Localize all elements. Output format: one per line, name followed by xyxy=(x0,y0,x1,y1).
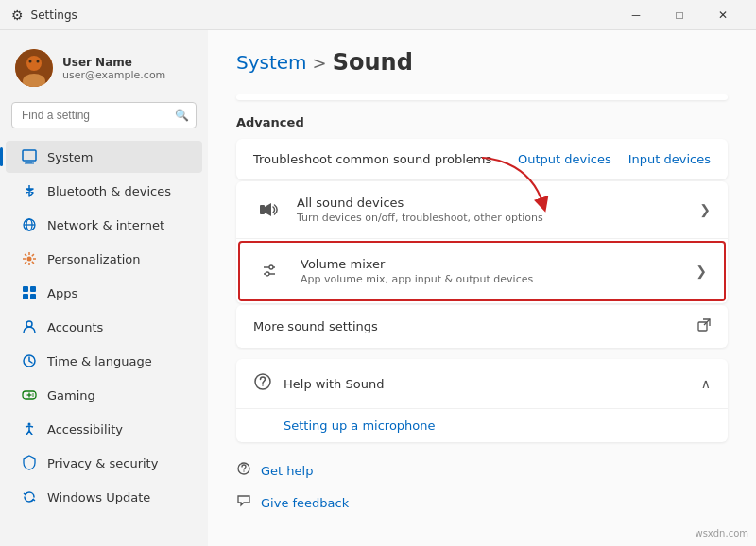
output-devices-link[interactable]: Output devices xyxy=(518,152,611,166)
sidebar-item-privacy[interactable]: Privacy & security xyxy=(6,447,202,479)
sidebar-label-personalization: Personalization xyxy=(47,252,141,266)
sidebar-label-accessibility: Accessibility xyxy=(47,422,123,436)
watermark: wsxdn.com xyxy=(695,528,748,538)
svg-point-11 xyxy=(27,257,32,262)
search-icon: 🔍 xyxy=(175,109,189,122)
svg-point-31 xyxy=(262,384,264,386)
network-icon xyxy=(21,216,38,233)
svg-point-1 xyxy=(26,56,42,71)
personalization-icon xyxy=(21,250,38,267)
avatar xyxy=(15,49,53,87)
sidebar-item-update[interactable]: Windows Update xyxy=(6,481,202,513)
get-help-label: Get help xyxy=(261,464,313,478)
close-button[interactable]: ✕ xyxy=(701,0,745,30)
search-box[interactable]: 🔍 xyxy=(11,102,197,128)
svg-rect-12 xyxy=(23,286,28,292)
svg-point-22 xyxy=(32,395,34,397)
collapse-icon: ∧ xyxy=(701,376,711,391)
sidebar-label-gaming: Gaming xyxy=(47,388,95,402)
svg-rect-5 xyxy=(23,150,36,161)
accessibility-icon xyxy=(21,420,38,437)
more-sound-settings-label: More sound settings xyxy=(253,319,378,333)
breadcrumb-parent[interactable]: System xyxy=(236,51,307,74)
all-sound-devices-text: All sound devices Turn devices on/off, t… xyxy=(297,196,690,224)
sidebar-item-time[interactable]: Time & language xyxy=(6,345,202,377)
sound-device-icon xyxy=(253,195,284,225)
troubleshoot-links: Output devices Input devices xyxy=(518,152,711,166)
external-link-icon xyxy=(697,318,711,334)
input-devices-link[interactable]: Input devices xyxy=(628,152,711,166)
titlebar: ⚙️ Settings ─ □ ✕ xyxy=(0,0,756,30)
all-sound-devices-row[interactable]: All sound devices Turn devices on/off, t… xyxy=(236,181,728,239)
titlebar-title: Settings xyxy=(31,9,77,22)
sidebar-item-personalization[interactable]: Personalization xyxy=(6,243,202,275)
app-container: User Name user@example.com 🔍 System Blue… xyxy=(0,30,756,546)
all-sound-devices-title: All sound devices xyxy=(297,196,690,210)
apps-icon xyxy=(21,284,38,301)
svg-point-33 xyxy=(243,470,244,471)
sound-devices-card: All sound devices Turn devices on/off, t… xyxy=(236,181,728,303)
user-info: User Name user@example.com xyxy=(62,56,165,81)
settings-icon: ⚙️ xyxy=(11,8,24,23)
user-name: User Name xyxy=(62,56,165,69)
sidebar-label-privacy: Privacy & security xyxy=(47,456,158,470)
svg-point-21 xyxy=(32,393,34,395)
sidebar-label-bluetooth: Bluetooth & devices xyxy=(47,184,171,198)
footer-links: Get help Give feedback xyxy=(236,453,728,520)
accounts-icon xyxy=(21,318,38,335)
svg-rect-13 xyxy=(30,286,36,292)
privacy-icon xyxy=(21,454,38,471)
sidebar-item-system[interactable]: System xyxy=(6,141,202,173)
minimize-button[interactable]: ─ xyxy=(614,0,658,30)
titlebar-left: ⚙️ Settings xyxy=(11,8,77,23)
breadcrumb-current: Sound xyxy=(333,49,413,76)
help-section-header[interactable]: Help with Sound ∧ xyxy=(236,359,728,409)
svg-rect-6 xyxy=(26,162,32,163)
sidebar-item-accessibility[interactable]: Accessibility xyxy=(6,413,202,445)
help-header-left: Help with Sound xyxy=(253,372,384,395)
sidebar-label-network: Network & internet xyxy=(47,218,164,232)
update-icon xyxy=(21,488,38,505)
sidebar-item-gaming[interactable]: Gaming xyxy=(6,379,202,411)
help-section-title: Help with Sound xyxy=(284,377,384,391)
sidebar: User Name user@example.com 🔍 System Blue… xyxy=(0,30,208,546)
svg-rect-24 xyxy=(260,205,265,214)
volume-mixer-text: Volume mixer App volume mix, app input &… xyxy=(301,257,686,285)
sidebar-label-apps: Apps xyxy=(47,286,77,300)
svg-rect-7 xyxy=(25,163,34,164)
advanced-section-title: Advanced xyxy=(236,115,728,129)
breadcrumb-separator: > xyxy=(313,53,327,73)
svg-point-26 xyxy=(269,265,273,269)
sidebar-label-accounts: Accounts xyxy=(47,320,103,334)
svg-point-3 xyxy=(29,60,32,63)
volume-mixer-row[interactable]: Volume mixer App volume mix, app input &… xyxy=(238,241,726,301)
time-icon xyxy=(21,352,38,369)
top-bar xyxy=(236,94,728,100)
svg-point-4 xyxy=(37,60,40,63)
get-help-link[interactable]: Get help xyxy=(236,457,728,484)
sidebar-item-network[interactable]: Network & internet xyxy=(6,209,202,241)
main-content: System > Sound Advanced Troubleshoot com… xyxy=(208,30,756,546)
troubleshoot-row: Troubleshoot common sound problems Outpu… xyxy=(236,139,728,179)
sidebar-item-bluetooth[interactable]: Bluetooth & devices xyxy=(6,175,202,207)
svg-rect-14 xyxy=(23,294,28,299)
more-sound-settings-row[interactable]: More sound settings xyxy=(236,305,728,348)
user-profile[interactable]: User Name user@example.com xyxy=(0,42,208,102)
search-input[interactable] xyxy=(11,102,197,128)
sound-devices-chevron: ❯ xyxy=(699,202,711,217)
help-icon xyxy=(253,372,272,395)
sidebar-item-apps[interactable]: Apps xyxy=(6,277,202,309)
help-item-microphone[interactable]: Setting up a microphone xyxy=(236,409,728,442)
feedback-link[interactable]: Give feedback xyxy=(236,489,728,516)
get-help-icon xyxy=(236,461,251,480)
sidebar-item-accounts[interactable]: Accounts xyxy=(6,311,202,343)
help-section: Help with Sound ∧ Setting up a microphon… xyxy=(236,359,728,442)
maximize-button[interactable]: □ xyxy=(658,0,701,30)
svg-point-16 xyxy=(26,321,32,327)
troubleshoot-label: Troubleshoot common sound problems xyxy=(253,152,491,166)
system-icon xyxy=(21,148,38,165)
volume-mixer-title: Volume mixer xyxy=(301,257,686,271)
sidebar-label-update: Windows Update xyxy=(47,490,150,504)
svg-rect-15 xyxy=(30,294,36,299)
svg-point-28 xyxy=(266,272,269,276)
